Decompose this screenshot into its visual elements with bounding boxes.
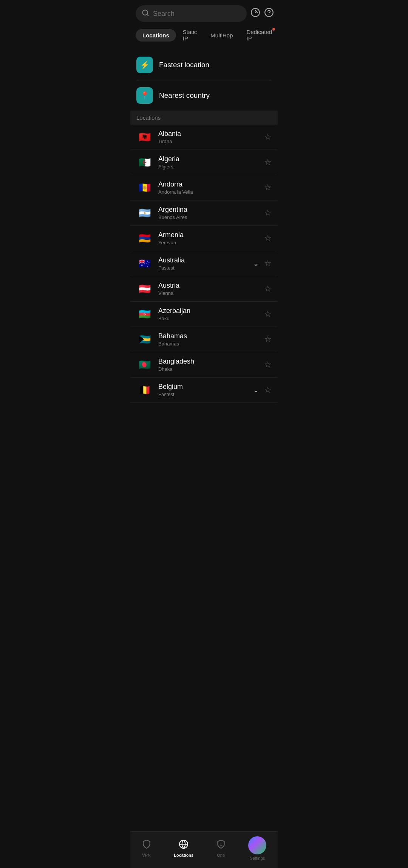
expand-chevron-australia[interactable]: ⌄ (253, 259, 259, 268)
favorite-star-azerbaijan[interactable]: ☆ (264, 309, 272, 319)
fastest-location-label: Fastest location (159, 61, 209, 69)
flag-albania: 🇦🇱 (136, 131, 153, 143)
favorite-star-austria[interactable]: ☆ (264, 284, 272, 294)
location-info-azerbaijan: Azerbaijan Baku (158, 307, 264, 321)
location-item-belgium[interactable]: 🇧🇪 Belgium Fastest ⌄ ☆ (130, 378, 278, 403)
flag-azerbaijan: 🇦🇿 (136, 308, 153, 320)
flag-armenia: 🇦🇲 (136, 233, 153, 244)
tab-locations[interactable]: Locations (136, 29, 176, 42)
nearest-icon: 📍 (136, 87, 153, 104)
location-actions-australia: ⌄ ☆ (253, 259, 272, 268)
help-icon[interactable] (264, 8, 274, 20)
location-item-bangladesh[interactable]: 🇧🇩 Bangladesh Dhaka ☆ (130, 352, 278, 378)
flag-bangladesh: 🇧🇩 (136, 359, 153, 370)
location-info-belgium: Belgium Fastest (158, 383, 253, 397)
location-actions-armenia: ☆ (264, 233, 272, 243)
location-info-argentina: Argentina Buenos Aires (158, 206, 264, 220)
location-item-austria[interactable]: 🇦🇹 Austria Vienna ☆ (130, 276, 278, 302)
location-item-algeria[interactable]: 🇩🇿 Algeria Algiers ☆ (130, 150, 278, 175)
location-item-australia[interactable]: 🇦🇺 Australia Fastest ⌄ ☆ (130, 251, 278, 276)
top-bar (130, 0, 278, 24)
location-item-albania[interactable]: 🇦🇱 Albania Tirana ☆ (130, 125, 278, 150)
location-info-bangladesh: Bangladesh Dhaka (158, 358, 264, 372)
location-item-andorra[interactable]: 🇦🇩 Andorra Andorra la Vella ☆ (130, 175, 278, 200)
location-info-australia: Australia Fastest (158, 256, 253, 271)
svg-line-1 (147, 14, 148, 16)
location-info-andorra: Andorra Andorra la Vella (158, 180, 264, 195)
location-info-armenia: Armenia Yerevan (158, 231, 264, 245)
location-actions-albania: ☆ (264, 132, 272, 142)
location-actions-bahamas: ☆ (264, 335, 272, 344)
locations-list: 🇦🇱 Albania Tirana ☆ 🇩🇿 Algeria Algiers ☆… (130, 125, 278, 403)
fastest-icon: ⚡ (136, 57, 153, 73)
favorite-star-bangladesh[interactable]: ☆ (264, 360, 272, 370)
favorite-star-andorra[interactable]: ☆ (264, 183, 272, 193)
search-container[interactable] (136, 5, 247, 22)
location-actions-andorra: ☆ (264, 183, 272, 193)
flag-australia: 🇦🇺 (136, 258, 153, 269)
tab-multihop[interactable]: MultiHop (204, 29, 240, 42)
location-actions-azerbaijan: ☆ (264, 309, 272, 319)
fastest-location-item[interactable]: ⚡ Fastest location (130, 50, 278, 80)
location-item-azerbaijan[interactable]: 🇦🇿 Azerbaijan Baku ☆ (130, 302, 278, 327)
notification-dot (272, 28, 275, 31)
location-actions-austria: ☆ (264, 284, 272, 294)
location-info-austria: Austria Vienna (158, 282, 264, 296)
flag-andorra: 🇦🇩 (136, 182, 153, 193)
flag-austria: 🇦🇹 (136, 283, 153, 294)
locations-section-header: Locations (130, 111, 278, 125)
favorite-star-argentina[interactable]: ☆ (264, 208, 272, 218)
speed-icon[interactable] (250, 8, 260, 20)
location-item-argentina[interactable]: 🇦🇷 Argentina Buenos Aires ☆ (130, 200, 278, 226)
favorite-star-australia[interactable]: ☆ (264, 259, 272, 268)
flag-argentina: 🇦🇷 (136, 207, 153, 219)
tab-static-ip[interactable]: Static IP (176, 26, 204, 45)
favorite-star-belgium[interactable]: ☆ (264, 385, 272, 395)
location-actions-argentina: ☆ (264, 208, 272, 218)
tabs-row: Locations Static IP MultiHop Dedicated I… (130, 24, 278, 50)
search-input[interactable] (153, 10, 241, 18)
search-icon (142, 9, 149, 18)
location-actions-belgium: ⌄ ☆ (253, 385, 272, 395)
location-item-armenia[interactable]: 🇦🇲 Armenia Yerevan ☆ (130, 226, 278, 251)
expand-chevron-belgium[interactable]: ⌄ (253, 386, 259, 394)
favorite-star-bahamas[interactable]: ☆ (264, 335, 272, 344)
location-item-bahamas[interactable]: 🇧🇸 Bahamas Bahamas ☆ (130, 327, 278, 352)
flag-bahamas: 🇧🇸 (136, 334, 153, 345)
favorite-star-albania[interactable]: ☆ (264, 132, 272, 142)
flag-belgium: 🇧🇪 (136, 384, 153, 396)
location-info-algeria: Algeria Algiers (158, 155, 264, 170)
location-info-albania: Albania Tirana (158, 130, 264, 144)
nearest-country-item[interactable]: 📍 Nearest country (130, 80, 278, 111)
location-actions-bangladesh: ☆ (264, 360, 272, 370)
nearest-country-label: Nearest country (159, 91, 210, 100)
location-actions-algeria: ☆ (264, 157, 272, 167)
favorite-star-armenia[interactable]: ☆ (264, 233, 272, 243)
location-info-bahamas: Bahamas Bahamas (158, 332, 264, 347)
favorite-star-algeria[interactable]: ☆ (264, 157, 272, 167)
tab-dedicated-ip[interactable]: Dedicated IP (240, 26, 278, 45)
flag-algeria: 🇩🇿 (136, 157, 153, 168)
